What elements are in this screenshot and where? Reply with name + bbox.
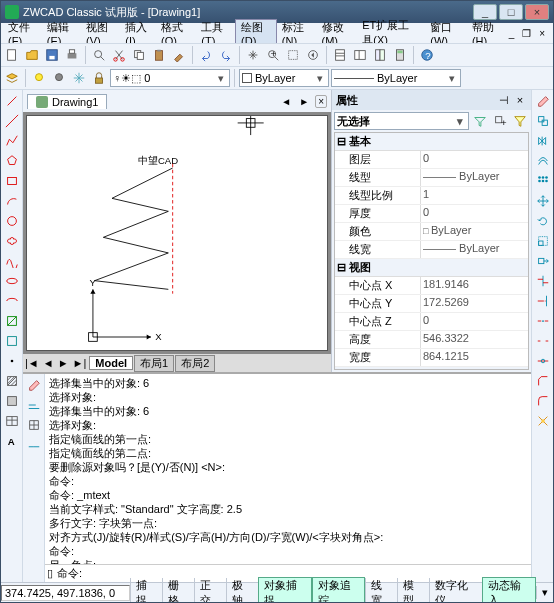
help-icon[interactable]: ? [418, 46, 436, 64]
zoom-window-icon[interactable] [284, 46, 302, 64]
move-icon[interactable] [534, 192, 552, 210]
copy-object-icon[interactable] [534, 112, 552, 130]
match-properties-icon[interactable] [170, 46, 188, 64]
fillet-icon[interactable] [534, 392, 552, 410]
selection-combo[interactable]: 无选择 ▾ [334, 112, 469, 130]
color-combo[interactable]: ByLayer ▾ [239, 69, 329, 87]
property-value[interactable]: ByLayer [420, 223, 528, 240]
erase-icon[interactable] [25, 376, 43, 394]
chamfer-icon[interactable] [534, 372, 552, 390]
explode-icon[interactable] [534, 412, 552, 430]
cut-icon[interactable] [110, 46, 128, 64]
chevron-down-icon[interactable]: ▾ [215, 72, 227, 85]
region-icon[interactable] [3, 392, 21, 410]
grid-icon[interactable] [25, 416, 43, 434]
save-icon[interactable] [43, 46, 61, 64]
polyline-icon[interactable] [3, 132, 21, 150]
property-row[interactable]: 线宽ByLayer [335, 241, 528, 259]
tab-last-icon[interactable]: ►| [71, 357, 89, 369]
print-icon[interactable] [63, 46, 81, 64]
circle-icon[interactable] [3, 212, 21, 230]
property-row[interactable]: 颜色ByLayer [335, 223, 528, 241]
tool-palettes-icon[interactable] [371, 46, 389, 64]
status-toggle-模型[interactable]: 模型 [397, 578, 429, 604]
new-icon[interactable] [3, 46, 21, 64]
tab-layout1[interactable]: 布局1 [134, 355, 174, 372]
property-value[interactable]: 181.9146 [420, 277, 528, 294]
pin-icon[interactable]: ⊣ [497, 94, 511, 107]
open-icon[interactable] [23, 46, 41, 64]
property-value[interactable]: 0 [420, 313, 528, 330]
property-group[interactable]: 基本 [335, 133, 528, 151]
property-value[interactable]: 546.3322 [420, 331, 528, 348]
make-block-icon[interactable] [3, 332, 21, 350]
revcloud-icon[interactable] [3, 232, 21, 250]
mtext-icon[interactable]: A [3, 432, 21, 450]
xline-icon[interactable] [3, 112, 21, 130]
property-value[interactable]: 864.1215 [420, 349, 528, 366]
status-toggle-正交[interactable]: 正交 [194, 578, 226, 604]
property-row[interactable]: 图层0 [335, 151, 528, 169]
erase-icon[interactable] [534, 92, 552, 110]
property-value[interactable]: 0 [420, 205, 528, 222]
doc-tab-drawing1[interactable]: Drawing1 [27, 94, 107, 109]
property-value[interactable]: 172.5269 [420, 295, 528, 312]
panel-close-icon[interactable]: × [513, 94, 527, 106]
redo-icon[interactable] [217, 46, 235, 64]
point-icon[interactable] [3, 352, 21, 370]
lightbulb-on-icon[interactable] [30, 69, 48, 87]
command-handle-icon[interactable]: ▯ [47, 567, 53, 580]
tab-close-icon[interactable]: × [315, 95, 327, 108]
undo-icon[interactable] [197, 46, 215, 64]
break-at-point-icon[interactable] [534, 312, 552, 330]
tab-prev-icon[interactable]: ◄ [41, 357, 56, 369]
status-toggle-栅格[interactable]: 栅格 [162, 578, 194, 604]
join-icon[interactable] [534, 352, 552, 370]
maximize-button[interactable]: □ [499, 4, 523, 20]
calc-icon[interactable] [391, 46, 409, 64]
tab-first-icon[interactable]: |◄ [23, 357, 41, 369]
status-toggle-极轴[interactable]: 极轴 [226, 578, 258, 604]
property-row[interactable]: 宽度864.1215 [335, 349, 528, 367]
print-preview-icon[interactable] [90, 46, 108, 64]
mdi-minimize[interactable]: _ [507, 28, 517, 39]
property-row[interactable]: 中心点 X181.9146 [335, 277, 528, 295]
property-group[interactable]: 视图 [335, 259, 528, 277]
status-toggle-捕捉[interactable]: 捕捉 [130, 578, 162, 604]
polygon-icon[interactable] [3, 152, 21, 170]
coord-display[interactable]: 374.7425, 497.1836, 0 [1, 585, 130, 601]
mdi-restore[interactable]: ❐ [520, 28, 533, 39]
line-icon[interactable] [3, 92, 21, 110]
zoom-realtime-icon[interactable]: + [264, 46, 282, 64]
status-toggle-对象追踪[interactable]: 对象追踪 [312, 577, 366, 604]
quick-select-icon[interactable] [471, 112, 489, 130]
property-value[interactable]: ByLayer [420, 241, 528, 258]
property-group[interactable]: 其它 [335, 367, 528, 370]
lightbulb-off-icon[interactable] [50, 69, 68, 87]
tab-prev-icon[interactable]: ◄ [279, 96, 293, 107]
mdi-close[interactable]: × [537, 28, 547, 39]
layer-manager-icon[interactable] [3, 69, 21, 87]
rectangle-icon[interactable] [3, 172, 21, 190]
copy-icon[interactable] [130, 46, 148, 64]
rotate-icon[interactable] [534, 212, 552, 230]
command-window[interactable]: 选择集当中的对象: 6选择对象:选择集当中的对象: 6选择对象:指定镜面线的第一… [45, 374, 531, 582]
property-row[interactable]: 中心点 Y172.5269 [335, 295, 528, 313]
linetype-combo[interactable]: ByLayer ▾ [331, 69, 461, 87]
properties-palette-icon[interactable] [331, 46, 349, 64]
break-icon[interactable] [534, 332, 552, 350]
status-toggle-数字化仪[interactable]: 数字化仪 [429, 578, 482, 604]
tab-next-icon[interactable]: ► [297, 96, 311, 107]
pick-add-icon[interactable]: + [491, 112, 509, 130]
tab-next-icon[interactable]: ► [56, 357, 71, 369]
close-button[interactable]: × [525, 4, 549, 20]
status-dropdown-icon[interactable]: ▾ [536, 586, 553, 599]
zoom-previous-icon[interactable] [304, 46, 322, 64]
layer-lock-icon[interactable] [90, 69, 108, 87]
dim-continue-icon[interactable] [25, 436, 43, 454]
tab-layout2[interactable]: 布局2 [175, 355, 215, 372]
insert-block-icon[interactable] [3, 312, 21, 330]
ellipse-arc-icon[interactable] [3, 292, 21, 310]
status-toggle-对象捕捉[interactable]: 对象捕捉 [258, 577, 312, 604]
scale-icon[interactable] [534, 232, 552, 250]
